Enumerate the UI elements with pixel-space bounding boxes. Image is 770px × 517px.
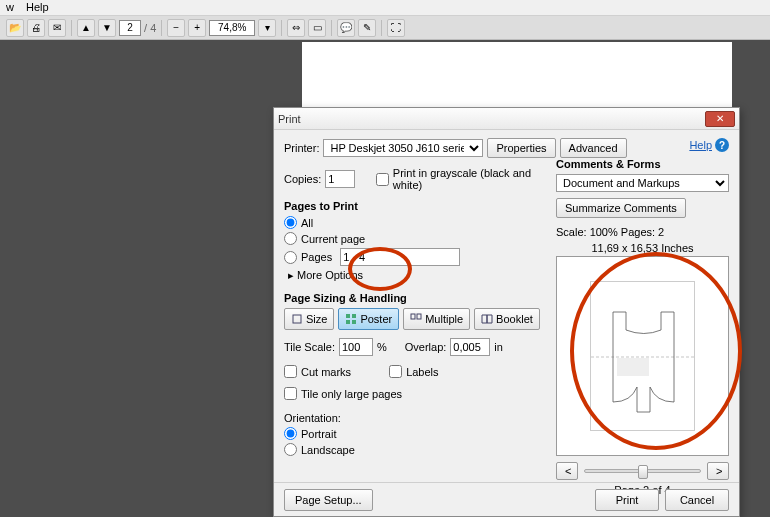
comments-select[interactable]: Document and Markups xyxy=(556,174,729,192)
fit-width-icon[interactable]: ⇔ xyxy=(287,19,305,37)
comments-header: Comments & Forms xyxy=(556,158,729,170)
menu-view[interactable]: w xyxy=(6,1,14,14)
zoom-dropdown-icon[interactable]: ▾ xyxy=(258,19,276,37)
dialog-title: Print xyxy=(278,113,705,125)
tile-scale-unit: % xyxy=(377,341,387,353)
menu-help[interactable]: Help xyxy=(26,1,49,14)
printer-select[interactable]: HP Deskjet 3050 J610 series (сеть) xyxy=(323,139,483,157)
preview-prev-button[interactable]: < xyxy=(556,462,578,480)
svg-rect-0 xyxy=(293,315,301,323)
close-button[interactable]: ✕ xyxy=(705,111,735,127)
help-icon[interactable]: ? xyxy=(715,138,729,152)
preview-next-button[interactable]: > xyxy=(707,462,729,480)
svg-rect-1 xyxy=(346,314,350,318)
booklet-icon xyxy=(481,313,493,325)
properties-button[interactable]: Properties xyxy=(487,138,555,158)
orientation-label: Orientation: xyxy=(284,412,544,424)
radio-current[interactable]: Current page xyxy=(284,232,544,245)
grayscale-checkbox[interactable]: Print in grayscale (black and white) xyxy=(376,167,544,191)
size-icon xyxy=(291,313,303,325)
page-down-icon[interactable]: ▼ xyxy=(98,19,116,37)
copies-label: Copies: xyxy=(284,173,321,185)
radio-all[interactable]: All xyxy=(284,216,544,229)
menu-bar: w Help xyxy=(0,0,770,16)
poster-icon xyxy=(345,313,357,325)
overlap-unit: in xyxy=(494,341,503,353)
svg-rect-4 xyxy=(352,320,356,324)
fit-page-icon[interactable]: ▭ xyxy=(308,19,326,37)
radio-portrait[interactable]: Portrait xyxy=(284,427,544,440)
mail-icon[interactable]: ✉ xyxy=(48,19,66,37)
svg-rect-3 xyxy=(346,320,350,324)
overlap-label: Overlap: xyxy=(405,341,447,353)
fullscreen-icon[interactable]: ⛶ xyxy=(387,19,405,37)
tile-scale-input[interactable] xyxy=(339,338,373,356)
poster-button[interactable]: Poster xyxy=(338,308,399,330)
sizing-header: Page Sizing & Handling xyxy=(284,292,544,304)
print-preview xyxy=(556,256,729,456)
summarize-button[interactable]: Summarize Comments xyxy=(556,198,686,218)
booklet-button[interactable]: Booklet xyxy=(474,308,540,330)
print-button[interactable]: Print xyxy=(595,489,659,511)
print-dialog: Print ✕ Printer: HP Deskjet 3050 J610 se… xyxy=(273,107,740,517)
pages-to-print-header: Pages to Print xyxy=(284,200,544,212)
titlebar: Print ✕ xyxy=(274,108,739,130)
open-icon[interactable]: 📂 xyxy=(6,19,24,37)
highlight-icon[interactable]: ✎ xyxy=(358,19,376,37)
radio-pages[interactable]: Pages xyxy=(284,248,544,266)
zoom-out-icon[interactable]: − xyxy=(167,19,185,37)
zoom-in-icon[interactable]: + xyxy=(188,19,206,37)
tile-scale-label: Tile Scale: xyxy=(284,341,335,353)
preview-slider[interactable] xyxy=(584,469,701,473)
zoom-input[interactable] xyxy=(209,20,255,36)
more-options-toggle[interactable]: ▸ More Options xyxy=(288,269,544,282)
slider-thumb[interactable] xyxy=(638,465,648,479)
pages-range-input[interactable] xyxy=(340,248,460,266)
toolbar: 📂 🖨 ✉ ▲ ▼ / 4 − + ▾ ⇔ ▭ 💬 ✎ ⛶ xyxy=(0,16,770,40)
cut-marks-checkbox[interactable]: Cut marks xyxy=(284,365,351,378)
labels-checkbox[interactable]: Labels xyxy=(389,365,438,378)
svg-rect-6 xyxy=(417,314,421,319)
comment-icon[interactable]: 💬 xyxy=(337,19,355,37)
dialog-footer: Page Setup... Print Cancel xyxy=(274,482,739,516)
overlap-input[interactable] xyxy=(450,338,490,356)
page-setup-button[interactable]: Page Setup... xyxy=(284,489,373,511)
copies-input[interactable] xyxy=(325,170,355,188)
tile-only-large-checkbox[interactable]: Tile only large pages xyxy=(284,387,544,400)
help-link[interactable]: Help xyxy=(689,139,712,151)
size-button[interactable]: Size xyxy=(284,308,334,330)
page-number-input[interactable] xyxy=(119,20,141,36)
page-total-label: / 4 xyxy=(144,22,156,34)
preview-page xyxy=(590,281,695,431)
multiple-button[interactable]: Multiple xyxy=(403,308,470,330)
scale-pages-label: Scale: 100% Pages: 2 xyxy=(556,226,729,238)
radio-landscape[interactable]: Landscape xyxy=(284,443,544,456)
paper-dim-label: 11,69 x 16,53 Inches xyxy=(556,242,729,254)
multiple-icon xyxy=(410,313,422,325)
svg-rect-5 xyxy=(411,314,415,319)
print-icon[interactable]: 🖨 xyxy=(27,19,45,37)
printer-label: Printer: xyxy=(284,142,319,154)
svg-rect-8 xyxy=(617,358,649,376)
document-background xyxy=(302,42,732,112)
page-up-icon[interactable]: ▲ xyxy=(77,19,95,37)
svg-rect-2 xyxy=(352,314,356,318)
cancel-button[interactable]: Cancel xyxy=(665,489,729,511)
